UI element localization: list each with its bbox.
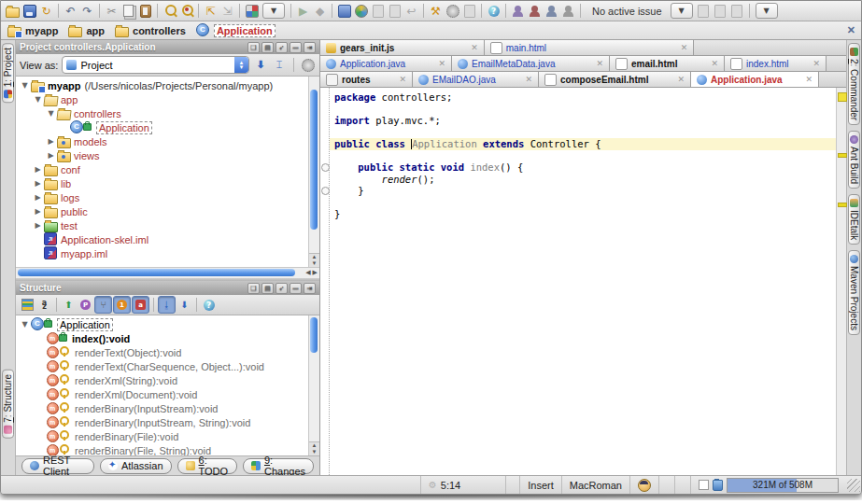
tool-stripe-button-ant-build[interactable]: Ant Build xyxy=(848,131,860,189)
error-stripe[interactable] xyxy=(836,88,846,475)
structure-row[interactable]: index():void xyxy=(16,331,308,345)
code-line[interactable] xyxy=(330,197,836,209)
project-horizontal-scrollbar[interactable]: ◀ ▶ xyxy=(16,267,319,278)
minimize-icon[interactable]: — xyxy=(290,283,302,294)
scrollbar-thumb[interactable] xyxy=(18,269,295,276)
view-as-select[interactable]: Project ▲▼ xyxy=(62,56,249,74)
current-line[interactable]: public class Application extends Control… xyxy=(330,138,836,150)
expander-closed-icon[interactable]: ▶ xyxy=(33,193,43,202)
editor-tab-routes[interactable]: routes✕ xyxy=(320,72,413,87)
fold-marker-icon[interactable] xyxy=(321,187,330,195)
navbar-item-application[interactable]: Application xyxy=(195,24,276,37)
tree-row-controllers[interactable]: ▼controllers xyxy=(16,106,308,120)
autoscroll-from-source-icon[interactable]: ⬇ xyxy=(177,297,192,313)
show-non-public-icon[interactable]: a xyxy=(132,296,149,314)
scrollbar-arrows[interactable]: ◀ ▶ xyxy=(305,269,318,276)
redo-icon[interactable]: ↷ xyxy=(79,3,95,19)
close-icon[interactable]: ✕ xyxy=(847,24,855,36)
tool-button-9-changes[interactable]: 9: Changes xyxy=(243,458,314,474)
scrollbar-thumb[interactable] xyxy=(310,317,318,353)
tab-close-icon[interactable]: ✕ xyxy=(670,75,685,84)
idetalk-settings-icon[interactable] xyxy=(560,3,576,19)
tree-row-application-skel.iml[interactable]: Application-skel.iml xyxy=(16,232,308,246)
back-icon[interactable]: ⇱ xyxy=(203,3,219,19)
code-line[interactable]: import play.mvc.*; xyxy=(330,115,836,127)
code-editor[interactable]: package controllers;import play.mvc.*;pu… xyxy=(330,88,836,475)
tool-stripe-button-2-commander[interactable]: 2: Commander xyxy=(848,43,860,125)
project-settings-icon[interactable] xyxy=(353,3,369,19)
expander-closed-icon[interactable]: ▶ xyxy=(33,207,43,216)
module-settings-icon[interactable] xyxy=(336,3,352,19)
search-icon[interactable] xyxy=(162,3,177,19)
float-icon[interactable]: ❑ xyxy=(247,283,260,294)
help-icon[interactable] xyxy=(486,3,502,19)
paste-icon[interactable] xyxy=(137,3,153,19)
expander-closed-icon[interactable]: ▶ xyxy=(33,221,43,230)
run-config-icon[interactable] xyxy=(244,3,260,19)
editor-tab-main-html[interactable]: main.html✕ xyxy=(485,40,695,55)
tool-stripe-button-idetalk[interactable]: IDEtalk xyxy=(848,194,860,245)
pin-icon[interactable]: ➶ xyxy=(276,42,288,53)
tree-row-application[interactable]: Application xyxy=(16,120,308,134)
tree-row-public[interactable]: ▶public xyxy=(16,204,308,218)
structure-row[interactable]: renderText(Object):void xyxy=(16,345,308,359)
navbar-item-app[interactable]: app xyxy=(67,24,105,37)
expander-open-icon[interactable]: ▼ xyxy=(46,109,56,118)
tab-close-icon[interactable]: ✕ xyxy=(805,59,820,68)
structure-row[interactable]: renderXml(String):void xyxy=(16,373,308,387)
run-icon[interactable]: ▶ xyxy=(295,3,311,19)
code-line[interactable]: render(); xyxy=(330,174,836,186)
export-settings-icon[interactable] xyxy=(370,3,386,19)
tab-close-icon[interactable]: ✕ xyxy=(517,75,532,84)
structure-panel-header[interactable]: Structure ❑▤➶—⇥ xyxy=(16,281,319,295)
tree-row-views[interactable]: ▶views xyxy=(16,148,308,162)
tree-row-app[interactable]: ▼app xyxy=(16,92,308,106)
warning-mark[interactable] xyxy=(838,153,847,158)
hide-icon[interactable]: ⇥ xyxy=(304,283,316,294)
tool-button-6-todo[interactable]: 6: TODO xyxy=(177,458,237,474)
readonly-doc-icon[interactable] xyxy=(461,3,477,19)
tab-close-icon[interactable]: ✕ xyxy=(588,59,603,68)
tab-close-icon[interactable]: ✕ xyxy=(431,59,445,68)
code-line[interactable] xyxy=(330,150,836,162)
expander-closed-icon[interactable]: ▶ xyxy=(33,165,43,174)
float-icon[interactable]: ❑ xyxy=(247,42,260,53)
scroll-from-source-icon[interactable]: ⬇ xyxy=(253,58,268,73)
tool-stripe-button-7-structure[interactable]: 7: Structure xyxy=(2,370,14,439)
tool-button-rest-client[interactable]: REST Client xyxy=(21,458,94,474)
project-panel-header[interactable]: Project controllers.Application ❑▤➶—⇥ xyxy=(16,40,319,54)
structure-row[interactable]: renderBinary(File):void xyxy=(16,429,308,443)
structure-row[interactable]: ▼Application xyxy=(16,317,308,331)
memory-checkbox[interactable] xyxy=(699,480,709,490)
structure-row[interactable]: renderXml(Document):void xyxy=(16,387,308,401)
tree-row-myapp[interactable]: ▼myapp (/Users/nicolas/Projects/Personal… xyxy=(16,78,308,92)
editor-gutter[interactable] xyxy=(320,88,330,475)
overflow-dropdown[interactable]: ▼ xyxy=(756,3,778,19)
navbar-item-myapp[interactable]: myapp xyxy=(7,24,58,37)
structure-row[interactable]: renderBinary(File, String):void xyxy=(16,443,308,455)
code-line[interactable]: package controllers; xyxy=(330,91,836,104)
minimize-icon[interactable]: — xyxy=(290,42,302,53)
memory-indicator[interactable]: 321M of 508M xyxy=(727,478,839,493)
show-fields-icon[interactable]: ⬆ xyxy=(61,297,77,313)
comment-icon[interactable] xyxy=(729,3,745,19)
show-inherited-icon[interactable]: ⑂ xyxy=(94,296,112,314)
tab-close-icon[interactable]: ✕ xyxy=(703,59,718,68)
idetalk-user-icon[interactable] xyxy=(510,3,526,19)
shade-icon[interactable]: ▤ xyxy=(261,42,274,53)
help-icon[interactable] xyxy=(201,297,217,313)
sort-alphabetically-icon[interactable]: az xyxy=(36,297,52,313)
tab-close-icon[interactable]: ✕ xyxy=(463,43,478,52)
settings-gear-icon[interactable] xyxy=(301,58,316,73)
editor-tab-application-java[interactable]: Application.java✕ xyxy=(691,72,819,87)
editor-tab-application-java[interactable]: Application.java✕ xyxy=(320,56,452,71)
rollback-icon[interactable]: ↩ xyxy=(403,3,419,19)
sort-by-visibility-icon[interactable] xyxy=(20,297,35,313)
resize-grip[interactable] xyxy=(847,479,860,492)
undo-icon[interactable]: ↶ xyxy=(63,3,78,19)
structure-row[interactable]: renderBinary(InputStream, String):void xyxy=(16,415,308,429)
code-line[interactable]: public static void index() { xyxy=(330,161,836,174)
scrollbar-arrows[interactable]: ▲▼ xyxy=(309,253,319,267)
editor-tab-emaildao-java[interactable]: EMailDAO.java✕ xyxy=(413,72,539,87)
show-anonymous-classes-icon[interactable]: 1 xyxy=(113,296,131,314)
